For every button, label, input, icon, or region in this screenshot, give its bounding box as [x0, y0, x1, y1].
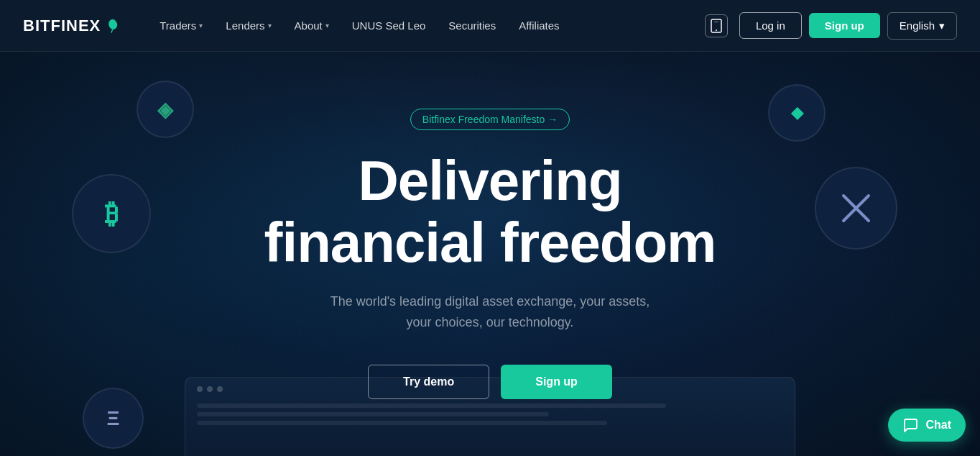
- dashboard-lines: [185, 401, 795, 428]
- login-button[interactable]: Log in: [739, 12, 802, 39]
- coin-tether: ◈: [137, 81, 194, 138]
- coin-bitcoin: ₿: [72, 174, 151, 253]
- hero-signup-button[interactable]: Sign up: [501, 365, 612, 399]
- nav-links: Traders ▾ Lenders ▾ About ▾ UNUS Sed Leo…: [149, 14, 705, 37]
- dash-line-2: [197, 412, 549, 416]
- coin-eos: ◆: [768, 84, 826, 142]
- dot-1: [197, 386, 203, 392]
- language-chevron-icon: ▾: [939, 19, 945, 32]
- svg-rect-2: [714, 22, 718, 22]
- mobile-app-icon[interactable]: [705, 14, 728, 37]
- eos-icon: ◆: [791, 104, 803, 122]
- hero-buttons: Try demo Sign up: [264, 365, 716, 399]
- hero-subtitle: The world's leading digital asset exchan…: [318, 291, 662, 333]
- dot-3: [217, 386, 223, 392]
- nav-affiliates[interactable]: Affiliates: [509, 14, 569, 37]
- dash-line-3: [197, 421, 607, 425]
- traders-chevron-icon: ▾: [199, 22, 203, 29]
- nav-about[interactable]: About ▾: [285, 14, 339, 37]
- manifesto-badge[interactable]: Bitfinex Freedom Manifesto →: [410, 109, 570, 130]
- hero-section: ◈ ₿ Ξ ◆ Bitfinex Freedom Manifesto → Del…: [0, 52, 980, 456]
- language-selector[interactable]: English ▾: [887, 12, 957, 40]
- lenders-chevron-icon: ▾: [268, 22, 272, 29]
- xrp-icon: [836, 188, 876, 228]
- chat-label: Chat: [925, 419, 951, 432]
- hero-title-line2: financial freedom: [264, 211, 716, 274]
- hero-content: Bitfinex Freedom Manifesto → Delivering …: [264, 109, 716, 398]
- hero-title: Delivering financial freedom: [264, 150, 716, 274]
- logo-text: BITFINEX: [23, 17, 101, 35]
- dash-line-1: [197, 403, 666, 408]
- try-demo-button[interactable]: Try demo: [368, 365, 489, 399]
- coin-ethereum: Ξ: [83, 388, 144, 449]
- coin-xrp: [815, 167, 897, 250]
- language-label: English: [900, 19, 935, 32]
- nav-unus-sed-leo[interactable]: UNUS Sed Leo: [342, 14, 436, 37]
- ethereum-icon: Ξ: [106, 407, 119, 430]
- tether-icon: ◈: [157, 98, 173, 122]
- chat-bubble-icon: [902, 417, 918, 433]
- nav-traders[interactable]: Traders ▾: [149, 14, 213, 37]
- bitcoin-icon: ₿: [105, 199, 119, 229]
- svg-point-1: [716, 29, 717, 31]
- navbar: BITFINEX Traders ▾ Lenders ▾ About ▾ UNU…: [0, 0, 980, 52]
- nav-actions: Log in Sign up English ▾: [705, 12, 957, 40]
- dot-2: [207, 386, 213, 392]
- chat-widget[interactable]: Chat: [888, 409, 966, 442]
- logo[interactable]: BITFINEX: [23, 17, 121, 35]
- nav-securities[interactable]: Securities: [438, 14, 506, 37]
- signup-nav-button[interactable]: Sign up: [809, 13, 880, 38]
- hero-title-line1: Delivering: [358, 149, 621, 212]
- about-chevron-icon: ▾: [325, 22, 329, 29]
- phone-icon: [711, 19, 722, 33]
- logo-leaf-icon: [105, 18, 121, 34]
- nav-lenders[interactable]: Lenders ▾: [216, 14, 281, 37]
